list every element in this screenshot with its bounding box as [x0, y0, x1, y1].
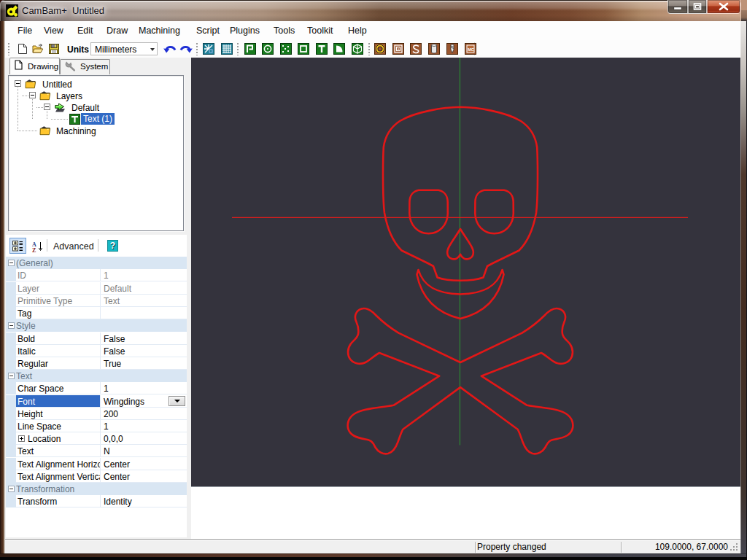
svg-text:MC: MC: [468, 47, 474, 52]
svg-text:Z: Z: [32, 247, 36, 253]
